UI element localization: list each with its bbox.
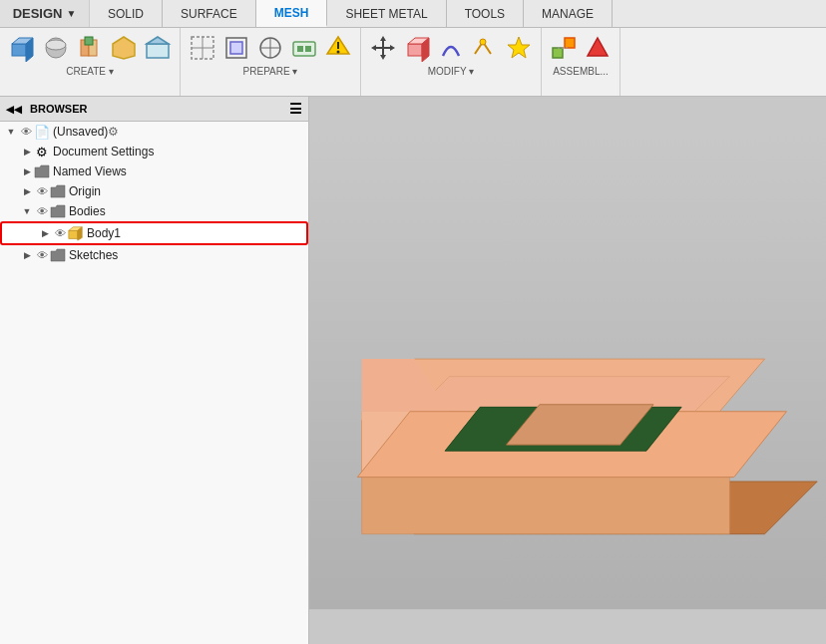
visibility-icon[interactable]: 👁: [34, 203, 50, 219]
browser-panel: ◀◀ BROWSER ☰ ▼👁📄(Unsaved) ⚙▶⚙Document Se…: [0, 97, 309, 644]
expand-arrow[interactable]: ▶: [20, 164, 34, 178]
tab-bar: DESIGN ▼ SOLIDSURFACEMESHSHEET METALTOOL…: [0, 0, 826, 28]
prepare-icon-2[interactable]: [220, 32, 252, 64]
design-dropdown-icon: ▼: [66, 8, 76, 19]
tab-surface[interactable]: SURFACE: [163, 0, 256, 27]
svg-point-24: [337, 51, 340, 54]
viewport[interactable]: [309, 97, 826, 644]
design-section[interactable]: DESIGN ▼: [0, 0, 90, 27]
assemble-icon-1[interactable]: [548, 32, 580, 64]
tree-item-label: (Unsaved): [53, 125, 108, 139]
create-icon-1[interactable]: [6, 32, 38, 64]
modify-icon-star[interactable]: [503, 32, 535, 64]
tree-item-origin[interactable]: ▶👁Origin: [0, 181, 308, 201]
tab-tools[interactable]: TOOLS: [447, 0, 524, 27]
body-icon: [68, 225, 84, 241]
folder-icon: [50, 203, 66, 219]
expand-arrow[interactable]: ▼: [20, 204, 34, 218]
modify-icon-move[interactable]: [367, 32, 399, 64]
svg-marker-35: [508, 37, 530, 58]
modify-label: MODIFY ▾: [428, 66, 474, 77]
tree-item-label: Bodies: [69, 204, 106, 218]
svg-point-34: [480, 39, 486, 45]
settings-gear-icon[interactable]: ⚙: [108, 125, 119, 139]
tab-manage[interactable]: MANAGE: [524, 0, 613, 27]
prepare-icon-3[interactable]: [254, 32, 286, 64]
tree-item-named-views[interactable]: ▶Named Views: [0, 161, 308, 181]
toolbar: DESIGN ▼ SOLIDSURFACEMESHSHEET METALTOOL…: [0, 0, 826, 97]
main-area: ◀◀ BROWSER ☰ ▼👁📄(Unsaved) ⚙▶⚙Document Se…: [0, 97, 826, 644]
modify-group: MODIFY ▾: [361, 28, 542, 96]
tree-item-label: Sketches: [69, 248, 118, 262]
svg-rect-36: [553, 48, 563, 58]
visibility-icon[interactable]: 👁: [18, 124, 34, 140]
folder-icon: [34, 163, 50, 179]
assemble-group: ASSEMBL...: [542, 28, 620, 96]
prepare-group: PREPARE ▾: [181, 28, 361, 96]
tree-item-label: Document Settings: [53, 145, 154, 159]
svg-rect-31: [408, 44, 422, 56]
svg-marker-29: [371, 45, 376, 51]
tree-item-unsaved[interactable]: ▼👁📄(Unsaved) ⚙: [0, 122, 308, 142]
create-icon-3[interactable]: [74, 32, 106, 64]
visibility-icon[interactable]: 👁: [52, 225, 68, 241]
design-label: DESIGN: [13, 6, 63, 21]
svg-marker-57: [362, 473, 730, 533]
svg-rect-20: [297, 46, 303, 52]
svg-rect-0: [12, 44, 26, 56]
prepare-icon-4[interactable]: [288, 32, 320, 64]
svg-marker-8: [113, 37, 135, 59]
create-group: CREATE ▾: [0, 28, 181, 96]
folder-icon: [50, 247, 66, 263]
expand-arrow[interactable]: ▶: [38, 226, 52, 240]
tree-item-label: Named Views: [53, 164, 127, 178]
gear-icon: ⚙: [34, 144, 50, 160]
tree-item-doc-settings[interactable]: ▶⚙Document Settings: [0, 142, 308, 161]
svg-point-4: [46, 40, 66, 50]
create-icon-2[interactable]: [40, 32, 72, 64]
expand-arrow[interactable]: ▶: [20, 145, 34, 159]
svg-rect-15: [230, 42, 242, 54]
browser-title: BROWSER: [30, 103, 87, 115]
svg-rect-37: [565, 38, 575, 48]
visibility-icon[interactable]: 👁: [34, 247, 50, 263]
file-icon: 📄: [34, 124, 50, 140]
prepare-icon-5[interactable]: [322, 32, 354, 64]
svg-marker-28: [380, 55, 386, 60]
tab-sheet-metal[interactable]: SHEET METAL: [327, 0, 446, 27]
tab-solid[interactable]: SOLID: [90, 0, 163, 27]
tree-item-bodies[interactable]: ▼👁Bodies: [0, 201, 308, 221]
create-icon-4[interactable]: [108, 32, 140, 64]
modify-icon-3[interactable]: [435, 32, 467, 64]
prepare-label: PREPARE ▾: [243, 66, 298, 77]
3d-scene: [309, 97, 826, 644]
svg-rect-21: [305, 46, 311, 52]
browser-collapse-icon[interactable]: ◀◀: [6, 104, 22, 115]
tree-item-label: Body1: [87, 226, 121, 240]
create-icon-5[interactable]: [142, 32, 174, 64]
visibility-icon[interactable]: 👁: [34, 183, 50, 199]
prepare-icon-1[interactable]: [187, 32, 218, 64]
svg-marker-30: [390, 45, 395, 51]
tab-mesh[interactable]: MESH: [256, 0, 328, 27]
svg-rect-40: [69, 230, 78, 238]
browser-options-icon[interactable]: ☰: [289, 101, 302, 117]
expand-arrow[interactable]: ▼: [4, 125, 18, 139]
modify-icon-4[interactable]: [469, 32, 501, 64]
expand-arrow[interactable]: ▶: [20, 184, 34, 198]
create-label: CREATE ▾: [66, 66, 114, 77]
icon-bar: CREATE ▾ PREPARE ▾: [0, 28, 826, 96]
modify-icon-2[interactable]: [401, 32, 433, 64]
svg-rect-7: [85, 37, 93, 45]
assemble-icon-2[interactable]: [582, 32, 614, 64]
svg-marker-27: [380, 36, 386, 41]
assemble-label: ASSEMBL...: [553, 66, 609, 77]
browser-header: ◀◀ BROWSER ☰: [0, 97, 308, 122]
tree-item-label: Origin: [69, 184, 101, 198]
tree-item-sketches[interactable]: ▶👁Sketches: [0, 245, 308, 265]
svg-marker-10: [147, 37, 169, 44]
svg-marker-39: [588, 38, 608, 56]
tree-item-body1[interactable]: ▶👁Body1: [0, 221, 308, 245]
expand-arrow[interactable]: ▶: [20, 248, 34, 262]
folder-icon: [50, 183, 66, 199]
